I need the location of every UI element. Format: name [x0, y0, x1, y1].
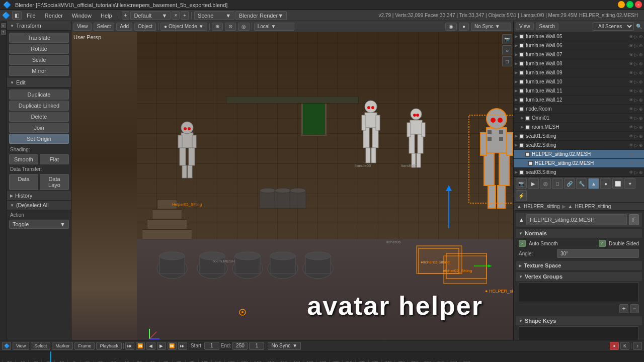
- render-preview-btn[interactable]: ◉: [445, 23, 457, 31]
- view-menu-btn[interactable]: View: [73, 23, 92, 31]
- history-section-header[interactable]: ▶ History: [7, 191, 71, 201]
- deselect-all-header[interactable]: ▼ (De)select All: [7, 201, 71, 210]
- outliner-expand-4[interactable]: ▶: [515, 70, 518, 75]
- status-select-btn[interactable]: Select: [31, 342, 50, 350]
- outliner-render-9[interactable]: ⊕: [639, 116, 643, 121]
- outliner-render-3[interactable]: ⊕: [639, 61, 643, 66]
- outliner-render-5[interactable]: ⊕: [639, 79, 643, 84]
- action-dropdown[interactable]: Toggle ▼: [9, 220, 69, 229]
- outliner-render-4[interactable]: ⊕: [639, 70, 643, 75]
- outliner-cam-9[interactable]: ▷: [634, 116, 638, 121]
- outliner-eye-12[interactable]: 👁: [629, 143, 633, 148]
- end-field[interactable]: 250: [232, 342, 248, 350]
- prop-materials-btn[interactable]: ●: [600, 178, 611, 189]
- outliner-eye-14[interactable]: 👁: [629, 161, 633, 166]
- outliner-expand-0[interactable]: ▶: [515, 34, 518, 39]
- outliner-render-7[interactable]: ⊕: [639, 98, 643, 103]
- menu-render[interactable]: Render: [41, 12, 67, 20]
- fake-user-btn[interactable]: F: [629, 214, 639, 225]
- display-mode-btn[interactable]: □: [502, 56, 512, 66]
- record-btn[interactable]: ●: [610, 342, 619, 350]
- workspace-settings-btn[interactable]: ×: [172, 11, 180, 20]
- outliner-cam-12[interactable]: ▷: [634, 143, 638, 148]
- shape-keys-header[interactable]: ▼ Shape Keys: [516, 316, 642, 325]
- scene-dropdown[interactable]: Scene ▼: [194, 11, 234, 20]
- outliner-render-1[interactable]: ⊕: [639, 43, 643, 48]
- outliner-render-8[interactable]: ⊕: [639, 107, 643, 112]
- camera-btn[interactable]: 📷: [502, 34, 512, 44]
- delete-button[interactable]: Delete: [9, 112, 69, 122]
- prop-object-btn[interactable]: □: [552, 178, 563, 189]
- menu-help[interactable]: Help: [97, 12, 116, 20]
- outliner-cam-3[interactable]: ▷: [634, 61, 638, 66]
- transform-section-header[interactable]: ▼ Transform: [7, 21, 71, 31]
- outliner-cam-4[interactable]: ▷: [634, 70, 638, 75]
- menu-file[interactable]: File: [23, 12, 40, 20]
- outliner-eye-6[interactable]: 👁: [629, 88, 633, 94]
- outliner-render-13[interactable]: ⊕: [639, 152, 643, 157]
- outliner-cam-5[interactable]: ▷: [634, 79, 638, 84]
- timeline-area[interactable]: -50-40-30-20-100102030405060708090100110…: [0, 351, 644, 362]
- outliner-render-15[interactable]: ⊕: [639, 170, 643, 175]
- outliner-eye-9[interactable]: 👁: [629, 116, 633, 121]
- smooth-button[interactable]: Smooth: [9, 154, 38, 164]
- outliner-expand-12[interactable]: ▶: [515, 143, 518, 147]
- minimize-button[interactable]: ─: [618, 1, 625, 8]
- mirror-button[interactable]: Mirror: [9, 66, 69, 76]
- outliner-render-12[interactable]: ⊕: [639, 143, 643, 148]
- auto-smooth-checkbox[interactable]: ✓: [519, 240, 526, 247]
- outliner-expand-9[interactable]: ▶: [521, 116, 524, 120]
- status-playback-btn[interactable]: Playback: [96, 342, 122, 350]
- outliner-magnify-btn[interactable]: 🔍: [636, 24, 642, 29]
- outliner-eye-8[interactable]: 👁: [629, 107, 633, 112]
- outliner-item-6[interactable]: ▶ 🔲 furniture.Wall.11 👁 ▷ ⊕: [514, 86, 644, 96]
- global-transform-btn[interactable]: ⊕: [212, 23, 223, 31]
- outliner-item-3[interactable]: ▶ 🔲 furniture.Wall.08 👁 ▷ ⊕: [514, 59, 644, 68]
- duplicate-button[interactable]: Duplicate: [9, 89, 69, 100]
- prop-texture-btn[interactable]: ⬜: [612, 178, 623, 189]
- outliner-eye-11[interactable]: 👁: [629, 134, 633, 139]
- outliner-expand-10[interactable]: ▶: [521, 125, 524, 129]
- add-workspace-btn[interactable]: +: [122, 11, 130, 20]
- outliner-cam-1[interactable]: ▷: [634, 43, 638, 48]
- status-marker-btn[interactable]: Marker: [52, 342, 73, 350]
- outliner-expand-7[interactable]: ▶: [515, 98, 518, 102]
- current-frame-field[interactable]: 1: [249, 342, 264, 350]
- data-layo-button[interactable]: Data Layo: [40, 174, 69, 190]
- viewport[interactable]: View Select Add Object ● Object Mode ▼ ⊕…: [71, 21, 513, 340]
- outliner-cam-14[interactable]: ▷: [634, 161, 638, 166]
- normals-header[interactable]: ▼ Normals: [516, 229, 642, 238]
- outliner-item-15[interactable]: ▶ 🔲 seat03.Sitting 👁 ▷ ⊕: [514, 168, 644, 176]
- outliner-item-14[interactable]: 🔲 HELPER_sitting.02.MESH 👁 ▷ ⊕: [514, 159, 644, 168]
- outliner-eye-0[interactable]: 👁: [629, 34, 633, 39]
- outliner-eye-13[interactable]: 👁: [629, 152, 633, 157]
- prop-constraints-btn[interactable]: 🔗: [564, 178, 575, 189]
- outliner-item-13[interactable]: ▶ 🔲 HELPER_sitting.02.MESH 👁 ▷ ⊕: [514, 150, 644, 159]
- vertex-groups-remove-btn[interactable]: −: [630, 304, 639, 313]
- prop-render-btn[interactable]: 📷: [516, 178, 527, 189]
- rotate-button[interactable]: Rotate: [9, 44, 69, 54]
- outliner-render-10[interactable]: ⊕: [639, 125, 643, 130]
- vertex-groups-add-btn[interactable]: +: [619, 304, 628, 313]
- outliner-cam-10[interactable]: ▷: [634, 125, 638, 130]
- outliner-cam-11[interactable]: ▷: [634, 134, 638, 139]
- render-engine-dropdown[interactable]: Blender Render ▼: [235, 11, 287, 20]
- outliner-cam-13[interactable]: ▷: [634, 152, 638, 157]
- data-button[interactable]: Data: [9, 174, 38, 190]
- outliner-cam-0[interactable]: ▷: [634, 34, 638, 39]
- outliner-item-0[interactable]: ▶ 🔲 furniture.Wall.05 👁 ▷ ⊕: [514, 32, 644, 41]
- play-reverse-btn[interactable]: ◀: [146, 342, 155, 350]
- outliner-render-14[interactable]: ⊕: [639, 161, 643, 166]
- scene-render-btn[interactable]: ●: [459, 23, 469, 31]
- mode-dropdown[interactable]: ● Object Mode ▼: [160, 23, 207, 31]
- duplicate-linked-button[interactable]: Duplicate Linked: [9, 101, 69, 111]
- mesh-name-input[interactable]: [526, 214, 627, 225]
- outliner-render-2[interactable]: ⊕: [639, 52, 643, 57]
- object-menu-btn[interactable]: Object: [134, 23, 156, 31]
- outliner-view-btn[interactable]: View: [516, 23, 534, 30]
- jump-end-btn[interactable]: ⏭: [178, 342, 187, 350]
- outliner-expand-13[interactable]: ▶: [521, 152, 524, 156]
- play-btn[interactable]: ▶: [157, 342, 166, 350]
- outliner-expand-15[interactable]: ▶: [515, 170, 518, 174]
- next-keyframe-btn[interactable]: ⏩: [168, 342, 177, 350]
